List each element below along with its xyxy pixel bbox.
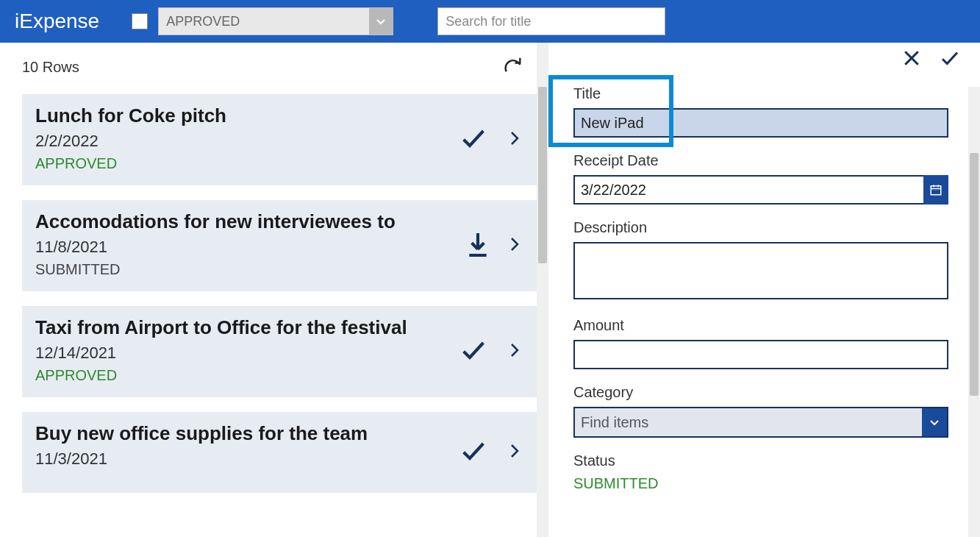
- expense-card[interactable]: Taxi from Airport to Office for the fest…: [22, 306, 537, 397]
- row-count-label: 10 Rows: [22, 59, 79, 76]
- category-placeholder: Find items: [581, 414, 648, 431]
- receipt-date-input[interactable]: [573, 175, 948, 205]
- confirm-icon[interactable]: [937, 47, 962, 72]
- amount-input[interactable]: [573, 340, 948, 369]
- card-status: APPROVED: [35, 155, 523, 172]
- expense-card[interactable]: Accomodations for new interviewees to11/…: [22, 200, 537, 291]
- expense-card[interactable]: Lunch for Coke pitch2/2/2022APPROVED: [22, 94, 537, 185]
- chevron-right-icon[interactable]: [506, 230, 523, 262]
- chevron-right-icon[interactable]: [506, 436, 523, 469]
- status-value: SUBMITTED: [573, 475, 948, 492]
- chevron-right-icon[interactable]: [506, 335, 523, 368]
- card-title: Taxi from Airport to Office for the fest…: [35, 316, 523, 339]
- card-status: SUBMITTED: [35, 261, 523, 278]
- title-input[interactable]: [573, 108, 948, 138]
- card-title: Buy new office supplies for the team: [35, 422, 523, 445]
- card-date: 12/14/2021: [35, 344, 523, 363]
- category-label: Category: [573, 384, 948, 401]
- amount-label: Amount: [573, 317, 948, 334]
- expense-list-panel: 10 Rows Lunch for Coke pitch2/2/2022APPR…: [0, 43, 537, 537]
- card-title: Lunch for Coke pitch: [35, 104, 523, 127]
- close-icon[interactable]: [901, 47, 923, 72]
- card-date: 11/3/2021: [35, 449, 523, 469]
- download-icon[interactable]: [463, 228, 493, 263]
- status-filter-dropdown[interactable]: APPROVED: [158, 7, 393, 35]
- approve-icon[interactable]: [454, 124, 493, 156]
- filter-checkbox[interactable]: [132, 13, 148, 29]
- approve-icon[interactable]: [454, 436, 493, 469]
- expense-form-panel: Title Receipt Date Description Amount: [548, 43, 980, 537]
- status-filter-value: APPROVED: [166, 14, 240, 29]
- search-input[interactable]: [437, 7, 665, 35]
- status-label: Status: [573, 452, 948, 469]
- description-input[interactable]: [573, 242, 948, 299]
- svg-rect-0: [931, 186, 941, 195]
- card-title: Accomodations for new interviewees to: [35, 210, 523, 233]
- approve-icon[interactable]: [454, 335, 493, 368]
- description-label: Description: [573, 219, 948, 236]
- chevron-down-icon[interactable]: [922, 408, 947, 436]
- list-scrollbar[interactable]: [537, 43, 548, 537]
- chevron-right-icon[interactable]: [506, 124, 523, 156]
- app-header: iExpense APPROVED: [0, 0, 980, 43]
- chevron-down-icon[interactable]: [369, 8, 393, 35]
- receipt-date-label: Receipt Date: [573, 152, 948, 169]
- app-title: iExpense: [15, 10, 99, 33]
- refresh-icon[interactable]: [503, 54, 523, 80]
- title-label: Title: [573, 85, 948, 102]
- card-status: APPROVED: [35, 367, 523, 384]
- card-date: 2/2/2022: [35, 132, 523, 151]
- calendar-icon[interactable]: [923, 175, 948, 205]
- expense-card[interactable]: Buy new office supplies for the team11/3…: [22, 412, 537, 493]
- form-scrollbar[interactable]: [968, 87, 980, 537]
- category-select[interactable]: Find items: [573, 407, 948, 438]
- card-date: 11/8/2021: [35, 238, 523, 257]
